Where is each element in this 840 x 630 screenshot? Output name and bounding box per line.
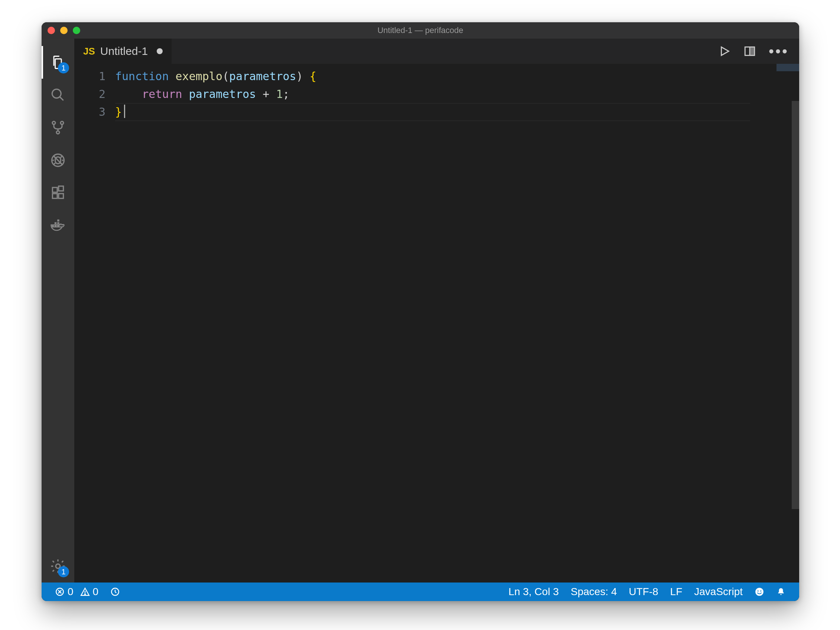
close-window-button[interactable] <box>47 27 55 34</box>
cursor-position-label: Ln 3, Col 3 <box>508 586 559 598</box>
status-tasks[interactable] <box>104 583 126 601</box>
activity-source-control[interactable] <box>42 111 74 144</box>
settings-badge: 1 <box>58 566 69 577</box>
activity-bar: 1 <box>42 39 74 583</box>
activity-docker[interactable] <box>42 209 74 242</box>
svg-point-3 <box>57 131 59 134</box>
error-icon <box>55 587 65 597</box>
minimize-window-button[interactable] <box>60 27 68 34</box>
svg-point-21 <box>755 588 764 596</box>
line-number: 3 <box>78 103 106 121</box>
svg-point-22 <box>758 590 759 591</box>
status-language-mode[interactable]: JavaScript <box>688 583 748 601</box>
warning-count: 0 <box>93 586 99 598</box>
status-bar: 0 0 Ln 3, Col 3 Spaces: 4 UTF-8 <box>42 583 799 601</box>
svg-rect-8 <box>59 186 63 191</box>
minimap-overview <box>777 64 799 71</box>
line-number: 2 <box>78 85 106 103</box>
maximize-window-button[interactable] <box>73 27 80 34</box>
tab-bar: JS Untitled-1 <box>74 39 799 64</box>
svg-point-1 <box>52 121 55 124</box>
bell-icon <box>776 587 786 597</box>
line-number: 1 <box>78 68 106 85</box>
warning-icon <box>80 587 90 597</box>
activity-extensions[interactable] <box>42 176 74 209</box>
status-notifications[interactable] <box>770 583 792 601</box>
activity-explorer[interactable]: 1 <box>42 46 74 79</box>
clock-icon <box>110 587 120 597</box>
indentation-label: Spaces: 4 <box>571 586 617 598</box>
status-eol[interactable]: LF <box>664 583 688 601</box>
scrollbar-thumb[interactable] <box>792 101 799 509</box>
language-label: JavaScript <box>694 586 743 598</box>
svg-rect-14 <box>57 220 59 222</box>
unsaved-indicator-icon <box>157 48 163 54</box>
minimap[interactable] <box>776 64 799 583</box>
status-encoding[interactable]: UTF-8 <box>623 583 664 601</box>
smiley-icon <box>755 587 764 597</box>
extensions-icon <box>50 185 66 201</box>
search-icon <box>50 87 66 103</box>
editor-actions: ••• <box>708 39 799 64</box>
docker-icon <box>50 217 66 234</box>
tab-untitled-1[interactable]: JS Untitled-1 <box>74 39 172 64</box>
activity-settings[interactable]: 1 <box>42 550 74 583</box>
app-window: Untitled-1 — perifacode 1 <box>42 22 799 601</box>
status-indentation[interactable]: Spaces: 4 <box>565 583 623 601</box>
line-number-gutter: 1 2 3 <box>74 64 115 583</box>
split-layout-icon <box>744 45 756 58</box>
play-icon <box>718 45 731 58</box>
status-feedback[interactable] <box>748 583 770 601</box>
activity-search[interactable] <box>42 79 74 111</box>
svg-rect-5 <box>52 187 57 192</box>
code-line: return parametros + 1; <box>115 85 776 103</box>
code-editor[interactable]: 1 2 3 function exemplo(parametros) { ret… <box>74 64 799 583</box>
titlebar: Untitled-1 — perifacode <box>42 22 799 39</box>
eol-label: LF <box>670 586 682 598</box>
svg-rect-17 <box>750 47 754 55</box>
source-control-icon <box>50 120 66 136</box>
svg-point-19 <box>84 594 85 594</box>
text-cursor <box>124 105 125 118</box>
window-controls <box>47 27 80 34</box>
encoding-label: UTF-8 <box>629 586 658 598</box>
status-problems[interactable]: 0 0 <box>49 583 104 601</box>
run-button[interactable] <box>718 45 731 58</box>
js-file-icon: JS <box>83 46 95 57</box>
window-title: Untitled-1 — perifacode <box>42 25 799 35</box>
tab-label: Untitled-1 <box>100 45 148 58</box>
svg-rect-12 <box>55 222 57 224</box>
svg-rect-13 <box>57 222 59 224</box>
code-line: function exemplo(parametros) { <box>115 68 776 85</box>
svg-point-2 <box>60 121 63 124</box>
svg-rect-7 <box>59 194 63 198</box>
code-content[interactable]: function exemplo(parametros) { return pa… <box>115 64 776 583</box>
split-editor-button[interactable] <box>744 45 756 58</box>
svg-point-23 <box>760 590 761 591</box>
svg-point-0 <box>52 89 61 98</box>
explorer-badge: 1 <box>58 62 69 74</box>
svg-rect-6 <box>52 194 57 198</box>
no-bug-icon <box>50 152 66 169</box>
status-cursor-position[interactable]: Ln 3, Col 3 <box>502 583 564 601</box>
code-line: } <box>115 103 776 121</box>
error-count: 0 <box>68 586 74 598</box>
activity-debug[interactable] <box>42 144 74 176</box>
